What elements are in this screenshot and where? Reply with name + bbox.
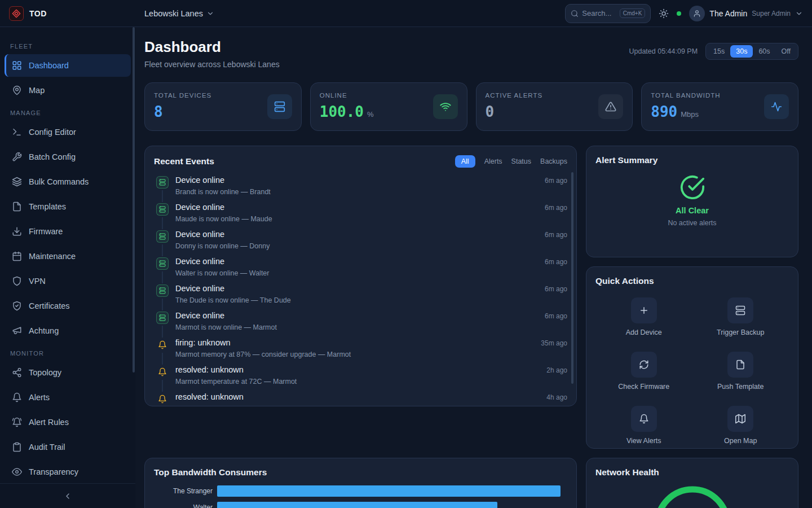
event-time: 4h ago bbox=[546, 392, 567, 406]
sidebar-item-certificates[interactable]: Certificates bbox=[5, 295, 131, 317]
sidebar-item-topology[interactable]: Topology bbox=[5, 361, 131, 384]
sidebar-section-manage: Manage bbox=[10, 110, 125, 116]
sidebar-item-audit-trail[interactable]: Audit Trail bbox=[5, 436, 131, 458]
sidebar-item-config-editor[interactable]: Config Editor bbox=[5, 121, 131, 143]
server-icon bbox=[156, 312, 169, 324]
event-time: 6m ago bbox=[545, 256, 567, 283]
shield-check-icon bbox=[12, 301, 22, 311]
sidebar-item-firmware[interactable]: Firmware bbox=[5, 220, 131, 243]
sidebar-item-label: Alert Rules bbox=[29, 418, 69, 427]
push-template-button[interactable]: Push Template bbox=[692, 352, 789, 391]
sidebar-item-dashboard[interactable]: Dashboard bbox=[5, 54, 131, 77]
event-detail: Walter is now online — Walter bbox=[175, 269, 545, 277]
sidebar-section-fleet: Fleet bbox=[10, 43, 125, 50]
event-detail: Brandt is now online — Brandt bbox=[175, 188, 545, 196]
check-firmware-button[interactable]: Check Firmware bbox=[595, 352, 692, 391]
sidebar-item-label: Topology bbox=[29, 368, 61, 377]
event-row: firing: unknown Marmot memory at 87% — c… bbox=[154, 338, 567, 365]
sidebar-item-bulk-commands[interactable]: Bulk Commands bbox=[5, 170, 131, 193]
open-map-button[interactable]: Open Map bbox=[692, 406, 789, 445]
tab-alerts[interactable]: Alerts bbox=[484, 157, 502, 165]
event-title: Device online bbox=[175, 256, 545, 268]
network-health-title: Network Health bbox=[595, 467, 659, 477]
server-icon bbox=[267, 94, 292, 119]
add-device-button[interactable]: Add Device bbox=[595, 297, 692, 336]
page-title: Dashboard bbox=[144, 38, 280, 56]
tab-all[interactable]: All bbox=[455, 155, 475, 168]
search-input[interactable] bbox=[582, 9, 616, 17]
refresh-option-off[interactable]: Off bbox=[776, 45, 796, 58]
search-box[interactable]: Cmd+K bbox=[565, 4, 651, 23]
events-scrollbar[interactable] bbox=[571, 172, 573, 384]
bar-label: Walter bbox=[154, 503, 217, 508]
recent-events-title: Recent Events bbox=[154, 156, 214, 167]
refresh-option-60s[interactable]: 60s bbox=[753, 45, 775, 58]
tab-status[interactable]: Status bbox=[511, 157, 531, 165]
network-health-card: Network Health bbox=[586, 458, 798, 508]
sidebar-item-batch-config[interactable]: Batch Config bbox=[5, 146, 131, 168]
event-title: Device online bbox=[175, 229, 545, 240]
alert-summary-card: Alert Summary All Clear No active alerts bbox=[586, 146, 798, 257]
sidebar-item-map[interactable]: Map bbox=[5, 79, 131, 102]
topbar-right: Cmd+K The Admin Super Admin bbox=[565, 4, 803, 23]
alert-triangle-icon bbox=[598, 94, 623, 119]
event-title: Device online bbox=[175, 283, 545, 295]
event-detail: Donny is now online — Donny bbox=[175, 242, 545, 250]
stat-value: 100.0 bbox=[320, 103, 364, 120]
event-detail: Marmot memory at 87% — consider upgrade … bbox=[175, 351, 541, 358]
sidebar-item-vpn[interactable]: VPN bbox=[5, 270, 131, 292]
sidebar-item-label: Achtung bbox=[29, 326, 59, 335]
event-row: Device online Donny is now online — Donn… bbox=[154, 229, 567, 256]
bell-icon bbox=[631, 406, 657, 432]
sidebar-item-transparency[interactable]: Transparency bbox=[5, 461, 131, 483]
sidebar-item-maintenance[interactable]: Maintenance bbox=[5, 245, 131, 268]
event-row: Device online Maude is now online — Maud… bbox=[154, 202, 567, 229]
alert-status: All Clear bbox=[676, 206, 709, 215]
trigger-backup-button[interactable]: Trigger Backup bbox=[692, 297, 789, 336]
bell-icon bbox=[156, 366, 169, 378]
sidebar-item-alert-rules[interactable]: Alert Rules bbox=[5, 411, 131, 433]
events-list: Device online Brandt is now online — Bra… bbox=[154, 175, 567, 406]
chevron-down-icon bbox=[206, 10, 214, 17]
sidebar-item-alerts[interactable]: Alerts bbox=[5, 386, 131, 409]
eye-icon bbox=[12, 467, 22, 477]
theme-toggle-button[interactable] bbox=[659, 8, 669, 19]
main-content: Dashboard Fleet overview across Lebowski… bbox=[135, 27, 812, 508]
wrench-icon bbox=[12, 152, 22, 162]
tab-backups[interactable]: Backups bbox=[540, 157, 567, 165]
event-title: resolved: unknown bbox=[175, 392, 546, 403]
user-menu[interactable]: The Admin Super Admin bbox=[689, 6, 803, 21]
refresh-option-15s[interactable]: 15s bbox=[708, 45, 730, 58]
org-selector-label: Lebowski Lanes bbox=[144, 9, 203, 18]
page-header-titles: Dashboard Fleet overview across Lebowski… bbox=[144, 38, 280, 69]
sidebar-item-label: Certificates bbox=[29, 301, 70, 310]
event-detail: The Dude is now online — The Dude bbox=[175, 296, 545, 304]
sidebar-item-label: Alerts bbox=[29, 393, 50, 402]
map-icon bbox=[727, 406, 753, 432]
event-time: 6m ago bbox=[545, 175, 567, 202]
sidebar-item-label: Maintenance bbox=[29, 252, 76, 261]
stat-total-devices: Total Devices 8 bbox=[144, 82, 302, 131]
sidebar-collapse-button[interactable] bbox=[0, 483, 135, 508]
refresh-option-30s[interactable]: 30s bbox=[730, 45, 753, 58]
sidebar-item-achtung[interactable]: Achtung bbox=[5, 319, 131, 342]
topbar: TOD Lebowski Lanes Cmd+K The Admin Super… bbox=[0, 0, 812, 27]
sidebar-scrollbar[interactable] bbox=[133, 27, 135, 373]
sidebar-item-label: Dashboard bbox=[29, 61, 69, 70]
bandwidth-consumers-card: Top Bandwidth Consumers The Stranger Wal… bbox=[144, 458, 577, 508]
bandwidth-row: The Stranger bbox=[154, 485, 567, 497]
file-icon bbox=[727, 352, 753, 378]
search-icon bbox=[571, 10, 579, 17]
event-time: 6m ago bbox=[545, 310, 567, 338]
sidebar-item-label: Config Editor bbox=[29, 128, 76, 137]
event-title: Device online bbox=[175, 202, 545, 213]
sidebar-item-templates[interactable]: Templates bbox=[5, 195, 131, 218]
stat-total-bandwidth: Total Bandwidth 890 Mbps bbox=[641, 82, 798, 131]
quick-actions-title: Quick Actions bbox=[595, 276, 654, 286]
share-network-icon bbox=[12, 367, 22, 378]
view-alerts-button[interactable]: View Alerts bbox=[595, 406, 692, 445]
server-icon bbox=[727, 297, 753, 323]
org-selector[interactable]: Lebowski Lanes bbox=[144, 9, 214, 18]
bar-label: The Stranger bbox=[154, 487, 217, 495]
event-row: resolved: unknown 4h ago bbox=[154, 392, 567, 406]
